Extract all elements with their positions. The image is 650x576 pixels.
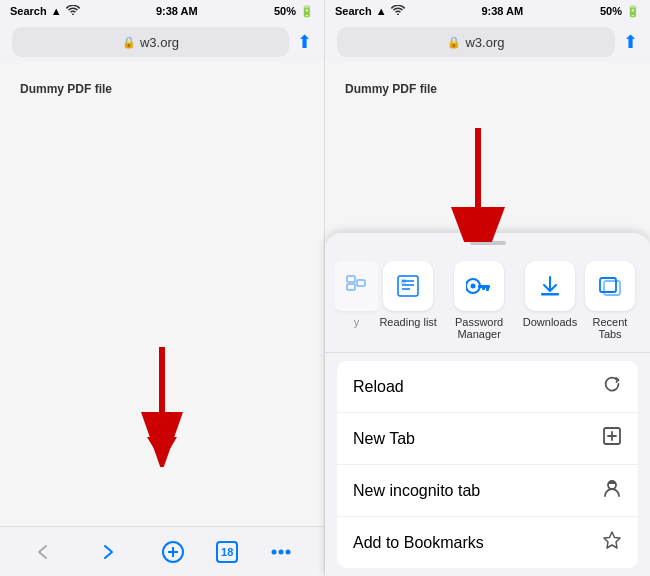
left-url-bar: 🔒 w3.org ⬆ (0, 22, 324, 62)
left-share-button[interactable]: ⬆ (297, 31, 312, 53)
battery-icon: 🔋 (300, 5, 314, 18)
icon-item-recent-tabs[interactable]: Recent Tabs (580, 261, 640, 340)
status-left: Search ▲ (10, 5, 80, 17)
reading-list-label: Reading list (379, 316, 436, 328)
bookmarks-label: Add to Bookmarks (353, 534, 484, 552)
more-button[interactable] (259, 530, 303, 574)
password-manager-label: Password Manager (438, 316, 520, 340)
svg-rect-19 (401, 279, 406, 284)
right-status-left: Search ▲ (335, 5, 405, 17)
svg-point-8 (286, 549, 291, 554)
status-right: 50% 🔋 (274, 5, 314, 18)
right-lock-icon: 🔒 (447, 36, 461, 49)
right-wifi-icon (391, 5, 405, 17)
partial-icon-box (335, 261, 378, 311)
menu-list: Reload New Tab (337, 361, 638, 568)
svg-rect-12 (347, 276, 355, 282)
svg-rect-23 (486, 287, 489, 291)
right-time: 9:38 AM (481, 5, 523, 17)
back-button[interactable] (21, 530, 65, 574)
password-manager-icon-box (454, 261, 504, 311)
icon-item-reading-list[interactable]: Reading list (378, 261, 438, 340)
icon-item-password-manager[interactable]: Password Manager (438, 261, 520, 340)
right-status-bar: Search ▲ 9:38 AM 50% 🔋 (325, 0, 650, 22)
icon-row: y Reading list (325, 257, 650, 353)
left-pdf-label: Dummy PDF file (20, 82, 112, 96)
incognito-icon (602, 478, 622, 503)
incognito-menu-item[interactable]: New incognito tab (337, 465, 638, 517)
incognito-label: New incognito tab (353, 482, 480, 500)
right-signal-icon: ▲ (376, 5, 387, 17)
left-status-bar: Search ▲ 9:38 AM 50% 🔋 (0, 0, 324, 22)
svg-marker-2 (147, 437, 177, 462)
lock-icon: 🔒 (122, 36, 136, 49)
new-tab-menu-item[interactable]: New Tab (337, 413, 638, 465)
svg-point-6 (272, 549, 277, 554)
right-battery-label: 50% (600, 5, 622, 17)
right-search-label: Search (335, 5, 372, 17)
svg-marker-11 (463, 238, 493, 242)
svg-rect-25 (541, 293, 559, 296)
icon-item-downloads[interactable]: Downloads (520, 261, 580, 340)
left-browser-content: Dummy PDF file (0, 62, 324, 526)
left-bottom-nav: 18 (0, 526, 324, 576)
downloads-icon-box (525, 261, 575, 311)
right-pdf-label: Dummy PDF file (345, 82, 437, 96)
right-url-pill[interactable]: 🔒 w3.org (337, 27, 615, 57)
search-label: Search (10, 5, 47, 17)
reload-menu-item[interactable]: Reload (337, 361, 638, 413)
svg-rect-15 (398, 276, 418, 296)
forward-button[interactable] (86, 530, 130, 574)
right-browser-content: Dummy PDF file (325, 62, 650, 242)
partial-label: y (354, 316, 360, 328)
icon-item-partial: y (335, 261, 378, 340)
right-panel: Search ▲ 9:38 AM 50% 🔋 🔒 w3.org ⬆ Dummy … (325, 0, 650, 576)
wifi-icon (66, 5, 80, 17)
recent-tabs-label: Recent Tabs (580, 316, 640, 340)
bookmark-star-icon (602, 530, 622, 555)
right-battery-icon: 🔋 (626, 5, 640, 18)
bottom-sheet: y Reading list (325, 233, 650, 576)
svg-rect-14 (357, 280, 365, 286)
svg-rect-13 (347, 284, 355, 290)
svg-point-21 (471, 284, 476, 289)
svg-marker-33 (604, 532, 620, 548)
left-url-text: w3.org (140, 35, 179, 50)
svg-point-7 (279, 549, 284, 554)
tab-count[interactable]: 18 (216, 541, 238, 563)
right-status-right: 50% 🔋 (600, 5, 640, 18)
right-red-arrow (448, 128, 508, 242)
battery-label: 50% (274, 5, 296, 17)
left-time: 9:38 AM (156, 5, 198, 17)
right-url-bar: 🔒 w3.org ⬆ (325, 22, 650, 62)
recent-tabs-icon-box (585, 261, 635, 311)
svg-rect-24 (482, 287, 485, 290)
bookmarks-menu-item[interactable]: Add to Bookmarks (337, 517, 638, 568)
downloads-label: Downloads (523, 316, 577, 328)
left-url-pill[interactable]: 🔒 w3.org (12, 27, 289, 57)
left-panel: Search ▲ 9:38 AM 50% 🔋 🔒 w3.org ⬆ Dummy … (0, 0, 325, 576)
reading-list-icon-box (383, 261, 433, 311)
signal-icon: ▲ (51, 5, 62, 17)
reload-label: Reload (353, 378, 404, 396)
left-red-arrow (132, 347, 192, 471)
new-tab-icon (602, 426, 622, 451)
right-url-text: w3.org (465, 35, 504, 50)
add-tab-button[interactable] (151, 530, 195, 574)
right-share-button[interactable]: ⬆ (623, 31, 638, 53)
new-tab-label: New Tab (353, 430, 415, 448)
reload-icon (602, 374, 622, 399)
